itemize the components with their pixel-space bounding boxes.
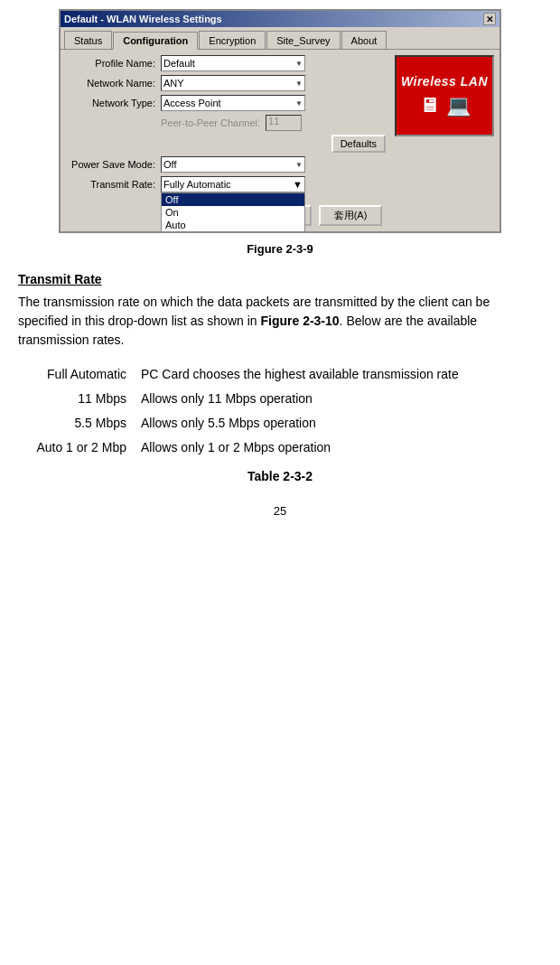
dialog-window: Default - WLAN Wireless Settings ✕ Statu… xyxy=(59,9,501,233)
transmit-rate-list: Off On Auto xyxy=(161,192,305,232)
table-row: 11 Mbps Allows only 11 Mbps operation xyxy=(18,387,542,411)
dropdown-item-on[interactable]: On xyxy=(162,206,304,219)
network-type-row: Network Type: Access Point ▼ xyxy=(66,95,389,111)
doc-section: Transmit Rate The transmission rate on w… xyxy=(18,270,542,486)
rate-cell: Full Automatic xyxy=(18,362,135,387)
rate-cell: 5.5 Mbps xyxy=(18,411,135,436)
defaults-row: Defaults xyxy=(66,135,389,153)
wireless-banner-icons: 🖥 💻 xyxy=(419,94,471,117)
table-row: Full Automatic PC Card chooses the highe… xyxy=(18,362,542,387)
dialog-body: Profile Name: Default ▼ Network Name: AN… xyxy=(61,49,499,201)
network-type-select[interactable]: Access Point ▼ xyxy=(161,95,305,111)
network-name-select[interactable]: ANY ▼ xyxy=(161,75,305,91)
desc-cell: Allows only 11 Mbps operation xyxy=(135,387,542,411)
transmit-rate-value: Fully Automatic xyxy=(163,179,231,190)
peer-channel-label: Peer-to-Peer Channel: xyxy=(161,117,260,128)
network-type-arrow: ▼ xyxy=(295,99,303,108)
profile-name-arrow: ▼ xyxy=(295,60,303,68)
peer-channel-row: Peer-to-Peer Channel: 11 xyxy=(161,115,389,131)
tab-about[interactable]: About xyxy=(341,31,387,49)
desc-cell: PC Card chooses the highest available tr… xyxy=(135,362,542,387)
rate-cell: Auto 1 or 2 Mbp xyxy=(18,436,135,460)
transmit-rate-row: Transmit Rate: Fully Automatic ▼ Off On … xyxy=(66,176,389,192)
desc-cell: Allows only 1 or 2 Mbps operation xyxy=(135,436,542,460)
rate-table: Full Automatic PC Card chooses the highe… xyxy=(18,362,542,460)
dialog-form: Profile Name: Default ▼ Network Name: AN… xyxy=(66,55,389,196)
dropdown-item-auto[interactable]: Auto xyxy=(162,219,304,231)
transmit-rate-label: Transmit Rate: xyxy=(66,179,161,190)
figure-caption: Figure 2-3-9 xyxy=(247,242,313,256)
dropdown-item-off[interactable]: Off xyxy=(162,193,304,206)
power-save-row: Power Save Mode: Off ▼ xyxy=(66,156,389,173)
profile-name-select[interactable]: Default ▼ xyxy=(161,55,305,71)
tab-encryption[interactable]: Encryption xyxy=(199,31,266,49)
page-number: 25 xyxy=(18,486,542,518)
tab-status[interactable]: Status xyxy=(64,31,112,49)
tab-site-survey[interactable]: Site_Survey xyxy=(266,31,340,49)
computer-icon: 🖥 xyxy=(419,94,439,117)
section-title: Transmit Rate xyxy=(18,270,542,289)
transmit-rate-dropdown[interactable]: Fully Automatic ▼ Off On Auto xyxy=(161,176,305,192)
transmit-rate-display[interactable]: Fully Automatic ▼ xyxy=(161,176,305,192)
network-type-value: Access Point xyxy=(163,98,221,108)
power-save-value: Off xyxy=(163,159,176,170)
power-save-arrow: ▼ xyxy=(295,161,303,169)
network-type-label: Network Type: xyxy=(66,98,161,108)
dialog-tabs: Status Configuration Encryption Site_Sur… xyxy=(61,27,499,49)
page-wrapper: Default - WLAN Wireless Settings ✕ Statu… xyxy=(0,0,560,536)
dialog-titlebar: Default - WLAN Wireless Settings ✕ xyxy=(61,11,499,27)
power-save-select[interactable]: Off ▼ xyxy=(161,156,305,173)
close-button[interactable]: ✕ xyxy=(483,13,496,25)
table-caption: Table 2-3-2 xyxy=(18,467,542,486)
profile-name-value: Default xyxy=(163,58,195,69)
network-name-label: Network Name: xyxy=(66,78,161,89)
apply-button[interactable]: 套用(A) xyxy=(319,205,382,226)
figure-ref: Figure 2-3-10 xyxy=(260,314,339,328)
tab-configuration[interactable]: Configuration xyxy=(113,32,198,50)
profile-name-row: Profile Name: Default ▼ xyxy=(66,55,389,71)
defaults-button[interactable]: Defaults xyxy=(331,135,386,153)
wireless-banner-title: Wireless LAN xyxy=(401,74,488,89)
table-row: Auto 1 or 2 Mbp Allows only 1 or 2 Mbps … xyxy=(18,436,542,460)
peer-channel-input: 11 xyxy=(266,115,302,131)
laptop-icon: 💻 xyxy=(446,94,471,117)
network-name-arrow: ▼ xyxy=(295,80,303,88)
transmit-rate-arrow: ▼ xyxy=(293,179,303,190)
rate-cell: 11 Mbps xyxy=(18,387,135,411)
power-save-label: Power Save Mode: xyxy=(66,159,161,170)
profile-name-label: Profile Name: xyxy=(66,58,161,69)
dialog-title: Default - WLAN Wireless Settings xyxy=(64,14,222,24)
network-name-value: ANY xyxy=(163,78,184,89)
table-row: 5.5 Mbps Allows only 5.5 Mbps operation xyxy=(18,411,542,436)
wireless-banner: Wireless LAN 🖥 💻 xyxy=(395,55,494,136)
desc-cell: Allows only 5.5 Mbps operation xyxy=(135,411,542,436)
network-name-row: Network Name: ANY ▼ xyxy=(66,75,389,91)
section-body: The transmission rate on which the data … xyxy=(18,293,542,350)
